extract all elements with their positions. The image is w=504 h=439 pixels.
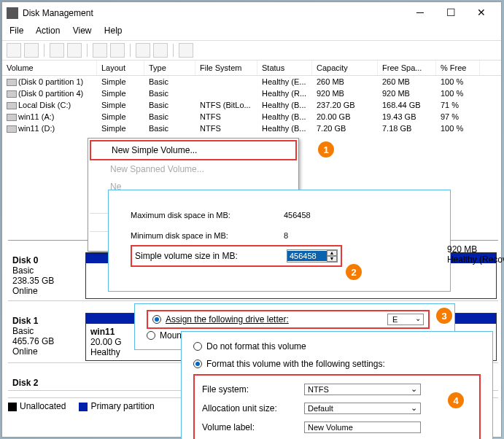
minimize-button[interactable]: ─ xyxy=(405,3,435,23)
min-disk-value: 8 xyxy=(284,231,288,240)
titlebar: Disk Management ─ ☐ ✕ xyxy=(2,2,501,24)
radio-format-with[interactable] xyxy=(193,360,202,368)
partition-size: 920 MB xyxy=(447,244,504,255)
toolbar xyxy=(2,40,501,61)
allocation-select[interactable]: Default xyxy=(304,403,421,414)
radio-mount[interactable] xyxy=(147,331,155,340)
spinner-down[interactable]: ▼ xyxy=(327,256,337,262)
drive-letter-select[interactable]: E xyxy=(387,314,424,325)
volume-size-label: Simple volume size in MB: xyxy=(135,251,238,261)
volume-grid: Volume Layout Type File System Status Ca… xyxy=(2,61,501,134)
radio-no-format[interactable] xyxy=(193,342,202,351)
volume-size-spinner[interactable]: ▲▼ xyxy=(287,249,338,263)
step-badge-1: 1 xyxy=(317,140,336,159)
assign-letter-label: Assign the following drive letter: xyxy=(166,314,289,325)
disk-name: Disk 2 xyxy=(12,378,80,388)
partition-status: Healthy (Recovery Partit xyxy=(447,255,504,265)
window-title: Disk Management xyxy=(23,8,405,18)
col-status[interactable]: Status xyxy=(257,61,312,75)
col-filesystem[interactable]: File System xyxy=(195,61,257,75)
close-button[interactable]: ✕ xyxy=(466,3,497,23)
format-panel: Do not format this volume Format this vo… xyxy=(181,331,493,439)
allocation-label: Allocation unit size: xyxy=(202,403,304,413)
menu-action[interactable]: Action xyxy=(36,26,60,36)
volume-size-panel: Maximum disk space in MB:456458 Minimum … xyxy=(108,190,451,292)
no-format-label: Do not format this volume xyxy=(206,341,306,351)
min-disk-label: Minimum disk space in MB: xyxy=(131,231,284,240)
grid-header: Volume Layout Type File System Status Ca… xyxy=(2,61,501,76)
disk-type: Basic xyxy=(12,265,80,276)
toolbar-icon[interactable] xyxy=(136,43,150,58)
volume-size-input[interactable] xyxy=(287,251,327,261)
app-icon xyxy=(7,7,18,19)
col-capacity[interactable]: Capacity xyxy=(312,61,378,75)
spinner-up[interactable]: ▲ xyxy=(327,250,337,256)
legend-unallocated: Unallocated xyxy=(20,401,66,411)
step-badge-4: 4 xyxy=(446,391,465,410)
menu-new-spanned-volume: New Spanned Volume... xyxy=(90,160,297,178)
back-button[interactable] xyxy=(7,43,21,58)
volume-row[interactable]: win11 (A:)SimpleBasicNTFSHealthy (B...20… xyxy=(2,111,501,123)
menu-new-simple-volume[interactable]: New Simple Volume... xyxy=(90,140,297,160)
disk-size: 465.76 GB xyxy=(12,336,80,346)
menu-view[interactable]: View xyxy=(73,26,92,36)
toolbar-icon[interactable] xyxy=(110,43,125,58)
col-layout[interactable]: Layout xyxy=(97,61,144,75)
col-percentfree[interactable]: % Free xyxy=(436,61,480,75)
filesystem-label: File system: xyxy=(202,384,304,395)
disk-status: Online xyxy=(12,286,80,296)
disk-size: 238.35 GB xyxy=(12,276,80,286)
help-icon[interactable] xyxy=(93,43,107,58)
toolbar-icon[interactable] xyxy=(153,43,168,58)
col-type[interactable]: Type xyxy=(144,61,195,75)
toolbar-icon[interactable] xyxy=(67,43,82,58)
max-disk-value: 456458 xyxy=(284,211,311,219)
disk-name: Disk 1 xyxy=(12,316,80,326)
volume-row[interactable]: (Disk 0 partition 1)SimpleBasicHealthy (… xyxy=(2,76,501,88)
col-freespace[interactable]: Free Spa... xyxy=(378,61,436,75)
menu-file[interactable]: File xyxy=(9,26,23,36)
radio-assign-letter[interactable] xyxy=(152,315,161,324)
toolbar-icon[interactable] xyxy=(50,43,64,58)
col-volume[interactable]: Volume xyxy=(2,61,97,75)
toolbar-icon[interactable] xyxy=(179,43,193,58)
maximize-button[interactable]: ☐ xyxy=(435,3,466,23)
disk-name: Disk 0 xyxy=(12,255,80,265)
volume-row[interactable]: (Disk 0 partition 4)SimpleBasicHealthy (… xyxy=(2,88,501,99)
filesystem-select[interactable]: NTFS xyxy=(304,384,421,395)
format-with-label: Format this volume with the following se… xyxy=(206,359,385,369)
volume-row[interactable]: Local Disk (C:)SimpleBasicNTFS (BitLo...… xyxy=(2,99,501,111)
forward-button[interactable] xyxy=(24,43,39,58)
max-disk-label: Maximum disk space in MB: xyxy=(131,211,284,219)
disk-status: Online xyxy=(12,346,80,357)
disk-type: Basic xyxy=(12,326,80,336)
volume-label-input[interactable]: New Volume xyxy=(304,421,421,433)
menu-help[interactable]: Help xyxy=(104,26,123,36)
volume-label-label: Volume label: xyxy=(202,422,304,432)
menu-bar: File Action View Help xyxy=(2,24,501,40)
step-badge-2: 2 xyxy=(344,263,363,281)
step-badge-3: 3 xyxy=(435,306,454,325)
volume-row[interactable]: win11 (D:)SimpleBasicNTFSHealthy (B...7.… xyxy=(2,123,501,134)
legend-primary: Primary partition xyxy=(90,401,154,411)
